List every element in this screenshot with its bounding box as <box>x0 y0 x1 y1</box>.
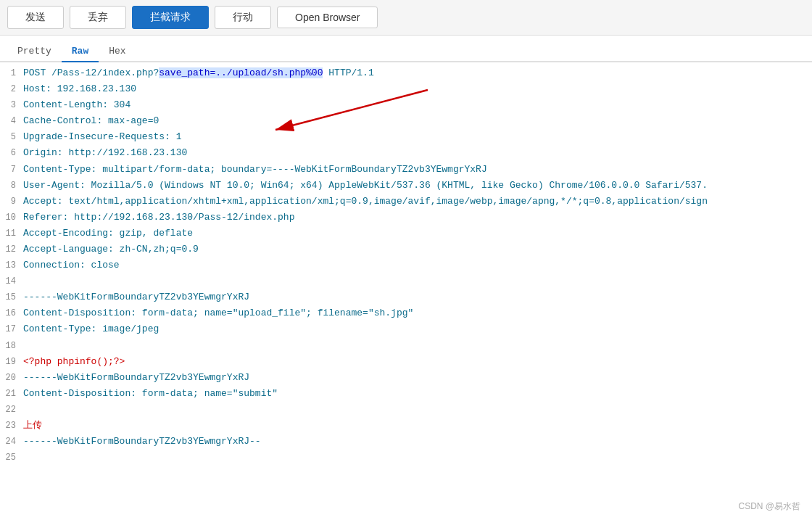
line-number: 25 <box>0 450 23 465</box>
intercept-button[interactable]: 拦截请求 <box>132 6 209 29</box>
line-number: 16 <box>0 305 23 321</box>
tab-pretty[interactable]: Pretty <box>7 41 62 62</box>
line-text: Upgrade-Insecure-Requests: 1 <box>23 129 812 145</box>
code-line: 8User-Agent: Mozilla/5.0 (Windows NT 10.… <box>0 178 812 194</box>
open-browser-button[interactable]: Open Browser <box>277 7 378 28</box>
line-number: 6 <box>0 145 23 160</box>
code-line: 1POST /Pass-12/index.php?save_path=../up… <box>0 65 812 81</box>
line-number: 8 <box>0 178 23 193</box>
line-number: 5 <box>0 129 23 144</box>
line-text: Content-Disposition: form-data; name="su… <box>23 386 812 402</box>
line-number: 17 <box>0 321 23 337</box>
line-number: 10 <box>0 210 23 225</box>
line-number: 19 <box>0 354 23 369</box>
code-line: 16Content-Disposition: form-data; name="… <box>0 305 812 321</box>
line-number: 20 <box>0 370 23 385</box>
toolbar: 发送 丢弃 拦截请求 行动 Open Browser <box>0 0 812 36</box>
line-text: <?php phpinfo();?> <box>23 354 812 370</box>
line-text: Content-Type: multipart/form-data; bound… <box>23 162 812 178</box>
line-number: 12 <box>0 242 23 257</box>
line-number: 9 <box>0 194 23 209</box>
line-number: 22 <box>0 402 23 417</box>
code-line: 10Referer: http://192.168.23.130/Pass-12… <box>0 210 812 226</box>
line-number: 7 <box>0 162 23 177</box>
line-text: Referer: http://192.168.23.130/Pass-12/i… <box>23 210 812 226</box>
line-number: 23 <box>0 418 23 433</box>
line-number: 24 <box>0 434 23 449</box>
line-text: Host: 192.168.23.130 <box>23 81 812 97</box>
tab-raw[interactable]: Raw <box>62 41 99 62</box>
line-number: 2 <box>0 81 23 96</box>
line-text: ------WebKitFormBoundaryTZ2vb3YEwmgrYxRJ… <box>23 434 812 450</box>
code-line: 11Accept-Encoding: gzip, deflate <box>0 226 812 242</box>
code-line: 6Origin: http://192.168.23.130 <box>0 145 812 161</box>
line-number: 3 <box>0 97 23 112</box>
code-line: 9Accept: text/html,application/xhtml+xml… <box>0 194 812 210</box>
line-text: POST /Pass-12/index.php?save_path=../upl… <box>23 65 812 81</box>
line-text: Origin: http://192.168.23.130 <box>23 145 812 161</box>
code-line: 17Content-Type: image/jpeg <box>0 321 812 337</box>
line-text: Accept-Language: zh-CN,zh;q=0.9 <box>23 242 812 257</box>
code-line: 21Content-Disposition: form-data; name="… <box>0 386 812 402</box>
line-number: 4 <box>0 113 23 128</box>
line-text: Content-Type: image/jpeg <box>23 321 812 337</box>
code-line: 20------WebKitFormBoundaryTZ2vb3YEwmgrYx… <box>0 370 812 386</box>
line-text: ------WebKitFormBoundaryTZ2vb3YEwmgrYxRJ <box>23 370 812 386</box>
line-number: 1 <box>0 65 23 81</box>
request-content: 1POST /Pass-12/index.php?save_path=../up… <box>0 62 812 469</box>
code-line: 24------WebKitFormBoundaryTZ2vb3YEwmgrYx… <box>0 434 812 450</box>
line-number: 15 <box>0 289 23 305</box>
action-button[interactable]: 行动 <box>215 6 271 29</box>
code-line: 7Content-Type: multipart/form-data; boun… <box>0 162 812 178</box>
code-line: 22 <box>0 402 812 418</box>
line-number: 13 <box>0 257 23 273</box>
tab-bar: Pretty Raw Hex <box>0 36 812 62</box>
line-text: User-Agent: Mozilla/5.0 (Windows NT 10.0… <box>23 178 812 194</box>
code-line: 13Connection: close <box>0 257 812 273</box>
code-line: 3Content-Length: 304 <box>0 97 812 113</box>
code-line: 23上传 <box>0 418 812 434</box>
code-line: 4Cache-Control: max-age=0 <box>0 113 812 129</box>
line-text: Connection: close <box>23 257 812 273</box>
line-text: Content-Disposition: form-data; name="up… <box>23 305 812 321</box>
code-line: 5Upgrade-Insecure-Requests: 1 <box>0 129 812 145</box>
line-text: 上传 <box>23 418 812 434</box>
line-text: Accept: text/html,application/xhtml+xml,… <box>23 194 812 210</box>
line-text: Accept-Encoding: gzip, deflate <box>23 226 812 242</box>
code-line: 14 <box>0 273 812 289</box>
line-text: Content-Length: 304 <box>23 97 812 113</box>
code-line: 25 <box>0 450 812 466</box>
code-line: 18 <box>0 338 812 354</box>
line-text: ------WebKitFormBoundaryTZ2vb3YEwmgrYxRJ <box>23 289 812 305</box>
code-line: 12Accept-Language: zh-CN,zh;q=0.9 <box>0 242 812 257</box>
code-line: 19<?php phpinfo();?> <box>0 354 812 370</box>
line-number: 14 <box>0 273 23 289</box>
code-line: 2Host: 192.168.23.130 <box>0 81 812 97</box>
line-text: Cache-Control: max-age=0 <box>23 113 812 129</box>
tab-hex[interactable]: Hex <box>99 41 136 62</box>
code-line: 15------WebKitFormBoundaryTZ2vb3YEwmgrYx… <box>0 289 812 305</box>
line-number: 21 <box>0 386 23 401</box>
line-number: 18 <box>0 338 23 353</box>
discard-button[interactable]: 丢弃 <box>70 6 126 29</box>
send-button[interactable]: 发送 <box>7 6 64 29</box>
code-content: 1POST /Pass-12/index.php?save_path=../up… <box>0 62 812 469</box>
line-number: 11 <box>0 226 23 241</box>
